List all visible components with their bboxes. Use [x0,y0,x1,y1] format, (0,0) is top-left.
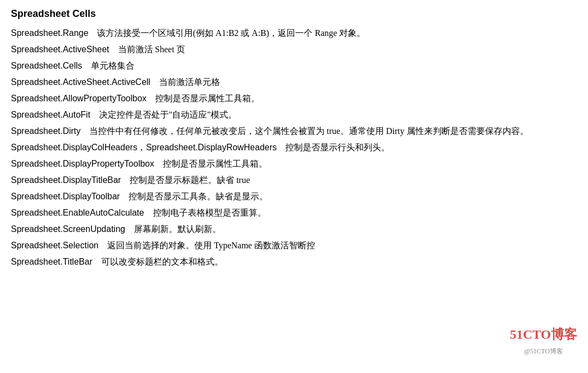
prop-name-cells: Spreadsheet.Cells [11,61,82,70]
property-item-enable-auto-calculate: Spreadsheet.EnableAutoCalculate 控制电子表格模型… [11,205,577,221]
prop-desc-display-property-toolbox: 控制是否显示属性工具箱。 [163,159,267,168]
prop-name-activesheet: Spreadsheet.ActiveSheet [11,45,109,54]
prop-name-selection: Spreadsheet.Selection [11,241,99,250]
prop-name-enable-auto-calculate: Spreadsheet.EnableAutoCalculate [11,208,144,217]
property-item-activesheet-activecell: Spreadsheet.ActiveSheet.ActiveCell 当前激活单… [11,75,577,90]
property-item-title-bar: Spreadsheet.TitleBar 可以改变标题栏的文本和格式。 [11,254,577,270]
prop-desc-range: 该方法接受一个区域引用(例如 A1:B2 或 A:B)，返回一个 Range 对… [97,28,365,38]
prop-desc-selection: 返回当前选择的对象。使用 TypeName 函数激活智断控 [107,241,315,250]
property-item-dirty: Spreadsheet.Dirty 当控件中有任何修改，任何单元被改变后，这个属… [11,124,577,139]
properties-list: Spreadsheet.Range 该方法接受一个区域引用(例如 A1:B2 或… [11,26,577,270]
property-item-display-col-row-headers: Spreadsheet.DisplayColHeaders，Spreadshee… [11,140,577,155]
prop-desc-cells: 单元格集合 [91,61,134,70]
property-item-cells: Spreadsheet.Cells 单元格集合 [11,58,577,74]
prop-name-autofit: Spreadsheet.AutoFit [11,110,90,119]
prop-desc-title-bar: 可以改变标题栏的文本和格式。 [101,257,223,266]
prop-desc-dirty: 当控件中有任何修改，任何单元被改变后，这个属性会被置为 true。通常使用 Di… [89,126,529,136]
prop-name-dirty: Spreadsheet.Dirty [11,126,81,136]
prop-name-display-col-row-headers: Spreadsheet.DisplayColHeaders，Spreadshee… [11,143,277,152]
prop-name-display-toolbar: Spreadsheet.DisplayToolbar [11,192,120,201]
section-title: Spreadsheet Cells [11,5,577,22]
property-item-autofit: Spreadsheet.AutoFit 决定控件是否处于"自动适应"模式。 [11,107,577,123]
property-item-range: Spreadsheet.Range 该方法接受一个区域引用(例如 A1:B2 或… [11,26,577,41]
watermark-logo: 51CTO博客 [510,323,577,346]
prop-desc-allow-property-toolbox: 控制是否显示属性工具箱。 [155,94,260,103]
prop-desc-enable-auto-calculate: 控制电子表格模型是否重算。 [153,208,266,217]
prop-name-activesheet-activecell: Spreadsheet.ActiveSheet.ActiveCell [11,77,150,87]
prop-desc-autofit: 决定控件是否处于"自动适应"模式。 [99,110,237,119]
prop-desc-display-title-bar: 控制是否显示标题栏。缺省 true [130,175,250,185]
prop-name-display-property-toolbox: Spreadsheet.DisplayPropertyToolbox [11,159,154,168]
property-item-display-property-toolbox: Spreadsheet.DisplayPropertyToolbox 控制是否显… [11,156,577,172]
property-item-screen-updating: Spreadsheet.ScreenUpdating 屏幕刷新。默认刷新。 [11,222,577,237]
property-item-display-title-bar: Spreadsheet.DisplayTitleBar 控制是否显示标题栏。缺省… [11,173,577,188]
prop-name-screen-updating: Spreadsheet.ScreenUpdating [11,224,125,234]
prop-name-range: Spreadsheet.Range [11,28,88,38]
prop-name-allow-property-toolbox: Spreadsheet.AllowPropertyToolbox [11,94,146,103]
prop-desc-display-toolbar: 控制是否显示工具条。缺省是显示。 [128,192,268,201]
property-item-allow-property-toolbox: Spreadsheet.AllowPropertyToolbox 控制是否显示属… [11,91,577,106]
prop-desc-activesheet-activecell: 当前激活单元格 [159,77,220,87]
prop-name-display-title-bar: Spreadsheet.DisplayTitleBar [11,175,121,185]
property-item-selection: Spreadsheet.Selection 返回当前选择的对象。使用 TypeN… [11,238,577,253]
watermark: 51CTO博客 @51CTO博客 [510,323,577,357]
property-item-activesheet: Spreadsheet.ActiveSheet 当前激活 Sheet 页 [11,42,577,57]
prop-desc-display-col-row-headers: 控制是否显示行头和列头。 [285,143,390,152]
prop-desc-screen-updating: 屏幕刷新。默认刷新。 [134,224,221,234]
prop-desc-activesheet: 当前激活 Sheet 页 [118,45,186,54]
property-item-display-toolbar: Spreadsheet.DisplayToolbar 控制是否显示工具条。缺省是… [11,189,577,204]
content-area: Spreadsheet Cells Spreadsheet.Range 该方法接… [11,5,577,270]
watermark-site: @51CTO博客 [510,346,577,357]
prop-name-title-bar: Spreadsheet.TitleBar [11,257,93,266]
